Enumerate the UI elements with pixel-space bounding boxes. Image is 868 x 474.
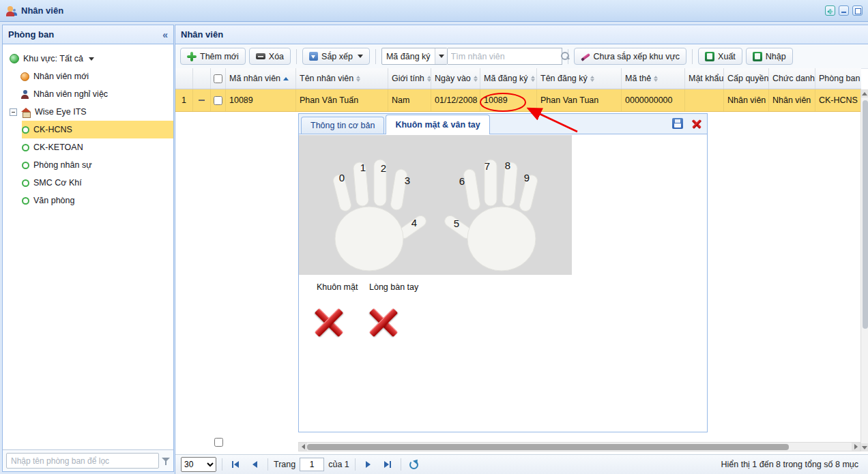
sortable-icon	[427, 76, 431, 82]
column-label: Cấp quyền	[727, 74, 768, 83]
vertical-scrollbar[interactable]	[860, 89, 868, 451]
sidebar-item-new-employees[interactable]: Nhân viên mới	[3, 68, 173, 85]
combo-arrow-button[interactable]	[435, 48, 447, 64]
column-label: Mật khẩu	[689, 74, 723, 83]
sync-icon[interactable]	[825, 5, 835, 16]
column-header-role[interactable]: Cấp quyền	[724, 68, 769, 89]
prev-page-button[interactable]	[247, 457, 262, 472]
collapse-node-icon[interactable]	[10, 108, 17, 116]
sidebar-item-company-root[interactable]: Wise Eye ITS	[3, 103, 173, 121]
tab-label: Thông tin cơ bản	[310, 121, 375, 130]
first-page-button[interactable]	[228, 457, 243, 472]
finger-number: 2	[381, 162, 386, 174]
maximize-icon[interactable]	[852, 5, 863, 16]
column-header-gender[interactable]: Giới tính	[388, 68, 431, 89]
filter-funnel-icon	[162, 457, 170, 465]
sidebar-item-phong-nhan-su[interactable]: Phòng nhân sự	[22, 156, 173, 174]
sidebar-item-label: Nhân viên mới	[33, 72, 89, 81]
sidebar-item-resigned-employees[interactable]: Nhân viên nghỉ việc	[3, 85, 173, 103]
column-header-title[interactable]: Chức danh	[769, 68, 815, 89]
column-header-dept[interactable]: Phòng ban	[815, 68, 860, 89]
add-button[interactable]: Thêm mới	[180, 48, 246, 65]
column-header-joindate[interactable]: Ngày vào	[431, 68, 480, 89]
tab-basic-info[interactable]: Thông tin cơ bản	[301, 117, 384, 134]
unassigned-area-button[interactable]: Chưa sắp xếp khu vực	[574, 48, 687, 65]
refresh-icon	[409, 460, 418, 469]
search-box	[448, 48, 562, 65]
horizontal-scroll-thumb[interactable]	[307, 444, 789, 450]
tab-face-fingerprint[interactable]: Khuôn mặt & vân tay	[386, 115, 489, 134]
close-icon[interactable]	[691, 119, 701, 129]
face-missing-icon[interactable]	[313, 307, 345, 338]
palm-missing-icon[interactable]	[368, 307, 399, 338]
minimize-icon[interactable]	[839, 5, 849, 16]
scroll-left-icon[interactable]	[299, 443, 307, 451]
row-checkbox[interactable]	[214, 438, 223, 447]
title-bar: Nhân viên	[0, 0, 868, 22]
detail-tabstrip: Thông tin cơ bản Khuôn mặt & vân tay	[299, 114, 707, 134]
house-icon	[21, 108, 31, 117]
finger-number: 8	[505, 160, 510, 171]
cell-regcode: 10089	[480, 89, 537, 111]
globe-icon	[10, 54, 19, 63]
sidebar-item-van-phong[interactable]: Văn phòng	[22, 192, 173, 209]
pager-separator	[355, 458, 356, 471]
department-icon	[22, 197, 29, 205]
finger-number: 4	[411, 217, 417, 228]
employee-detail-panel: Thông tin cơ bản Khuôn mặt & vân tay	[298, 113, 708, 432]
column-header-regname[interactable]: Tên đăng ký	[537, 68, 622, 89]
sidebar-item-ck-ketoan[interactable]: CK-KETOAN	[22, 138, 173, 156]
cell-dept: CK-HCNS	[815, 89, 860, 111]
import-button[interactable]: Nhập	[746, 48, 793, 65]
scroll-right-icon[interactable]	[852, 443, 860, 451]
collapse-row-icon[interactable]	[199, 100, 205, 101]
sort-button[interactable]: Sắp xếp	[302, 48, 370, 65]
row-select-cell[interactable]	[211, 89, 226, 111]
scroll-down-icon[interactable]	[861, 443, 868, 451]
table-row-partial[interactable]	[175, 432, 298, 451]
page-size-select[interactable]: 30	[181, 457, 216, 472]
table-row[interactable]: 1 10089 Phan Văn Tuấn Nam 01/12/2008 100…	[175, 89, 861, 112]
hands-svg: 0 1 2 3 4 5 6 7 8 9	[299, 135, 572, 275]
new-employee-icon	[20, 72, 29, 81]
search-category-select[interactable]: Mã đăng ký	[381, 48, 448, 65]
next-page-button[interactable]	[361, 457, 376, 472]
column-header-password[interactable]: Mật khẩu	[685, 68, 724, 89]
column-header-regcode[interactable]: Mã đăng ký	[480, 68, 537, 89]
sortable-icon	[531, 76, 535, 82]
row-collapse-cell[interactable]	[193, 89, 211, 111]
collapse-panel-icon[interactable]: «	[162, 29, 168, 40]
column-header-id[interactable]: Mã nhân viên	[226, 68, 296, 89]
face-label: Khuôn mặt	[317, 282, 358, 292]
export-button[interactable]: Xuất	[698, 48, 742, 65]
fingerprint-hands-diagram[interactable]: 0 1 2 3 4 5 6 7 8 9	[299, 135, 572, 275]
department-filter-input[interactable]	[6, 453, 159, 469]
save-icon[interactable]	[672, 118, 683, 129]
scroll-up-icon[interactable]	[861, 89, 868, 98]
delete-button[interactable]: Xóa	[249, 48, 291, 65]
sidebar-item-smc-co-khi[interactable]: SMC Cơ Khí	[22, 174, 173, 192]
select-all-header	[211, 68, 226, 89]
import-button-label: Nhập	[766, 52, 786, 61]
vertical-scroll-thumb[interactable]	[863, 100, 868, 329]
row-checkbox[interactable]	[214, 96, 222, 105]
sortable-icon	[590, 76, 594, 82]
grid-header: Mã nhân viên Tên nhân viên Giới tính Ngà…	[175, 68, 861, 89]
department-icon	[22, 144, 29, 151]
last-page-button[interactable]	[380, 457, 395, 472]
column-header-card[interactable]: Mã thẻ	[622, 68, 685, 89]
sidebar-item-ck-hcns[interactable]: CK-HCNS	[22, 121, 173, 138]
search-icon[interactable]	[561, 52, 570, 61]
horizontal-scrollbar[interactable]	[298, 442, 860, 451]
toolbar-separator	[375, 49, 376, 64]
select-all-checkbox[interactable]	[214, 74, 222, 83]
finger-number: 5	[454, 218, 459, 229]
area-filter[interactable]: Khu vực: Tất cả	[3, 50, 173, 68]
rownum-header	[175, 68, 193, 89]
finger-number: 3	[405, 175, 410, 186]
search-input[interactable]	[451, 52, 561, 61]
page-number-input[interactable]	[300, 458, 324, 471]
column-header-name[interactable]: Tên nhân viên	[296, 68, 388, 89]
cell-password	[685, 89, 724, 111]
refresh-button[interactable]	[407, 457, 422, 472]
